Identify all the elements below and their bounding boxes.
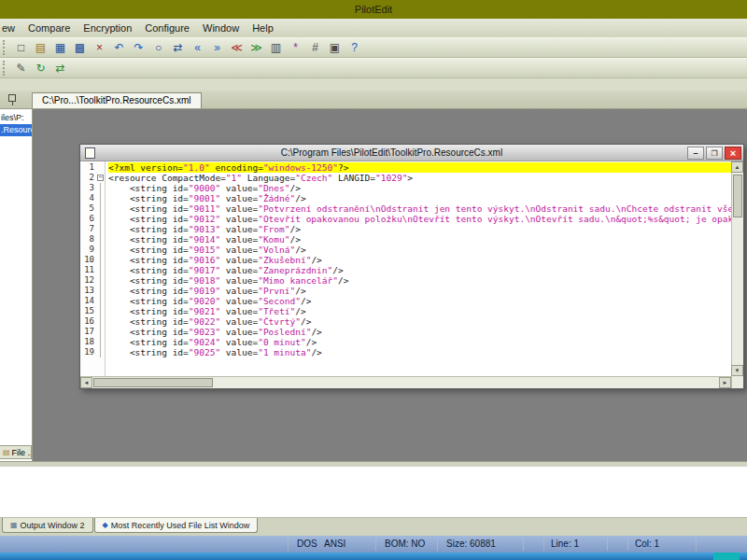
statusbar-separator xyxy=(696,538,697,551)
find-next-icon[interactable]: ≫ xyxy=(247,39,265,56)
output-tab[interactable]: ▦Output Window 2 xyxy=(2,518,93,533)
scroll-down-icon[interactable] xyxy=(731,365,743,376)
fold-column xyxy=(96,265,105,275)
line-number: 2 xyxy=(80,173,96,183)
output-tab-label: Most Recently Used File List Window xyxy=(111,521,250,530)
fold-column[interactable] xyxy=(96,173,105,183)
scroll-left-icon[interactable] xyxy=(80,377,92,388)
fold-column xyxy=(96,296,105,306)
code-line[interactable]: <string id="9012" value="Otevřít opakova… xyxy=(108,214,731,224)
output-tab[interactable]: ◆Most Recently Used File List Window xyxy=(94,518,259,533)
status-bar: DOSANSIBOM: NOSize: 60881Line: 1Col: 1 xyxy=(0,536,747,553)
code-line[interactable]: <string id="9017" value="Zaneprázdnin"/> xyxy=(108,265,731,275)
line-number: 6 xyxy=(80,214,96,224)
vertical-scrollbar[interactable] xyxy=(731,161,743,388)
line-number: 15 xyxy=(80,306,96,316)
document-tab[interactable]: C:\Pro...\ToolkitPro.ResourceCs.xml xyxy=(32,92,202,108)
fold-column xyxy=(96,234,105,245)
sync-scroll-icon[interactable]: ⇄ xyxy=(51,60,69,77)
toolbar-grip[interactable] xyxy=(3,61,7,76)
code-line[interactable]: <string id="9000" value="Dnes"/> xyxy=(108,183,731,193)
gutter-row: 6 xyxy=(80,214,105,224)
hex-mode-icon[interactable]: # xyxy=(306,39,324,56)
save-all-icon[interactable]: ▩ xyxy=(71,39,89,56)
menu-bar: ewCompareEncryptionConfigureWindowHelp xyxy=(0,19,747,37)
fold-column xyxy=(96,327,105,337)
menu-item-configure[interactable]: Configure xyxy=(138,21,196,35)
code-line[interactable]: <?xml version="1.0" encoding="windows-12… xyxy=(108,162,731,173)
minimize-button[interactable] xyxy=(687,147,704,160)
pin-icon[interactable] xyxy=(7,94,17,105)
open-file-icon[interactable]: ▤ xyxy=(32,39,49,56)
code-line[interactable]: <string id="9011" value="Potvrzení odstr… xyxy=(108,203,731,214)
line-number: 7 xyxy=(80,224,96,234)
find-icon[interactable]: ○ xyxy=(149,39,167,56)
new-file-icon[interactable]: □ xyxy=(12,39,30,56)
gutter-row: 3 xyxy=(80,183,105,193)
line-number: 13 xyxy=(80,286,96,296)
code-line[interactable]: <string id="9014" value="Komu"/> xyxy=(108,234,731,245)
code-area[interactable]: <?xml version="1.0" encoding="windows-12… xyxy=(106,161,731,388)
fold-column xyxy=(96,224,105,234)
code-line[interactable]: <string id="9025" value="1 minuta"/> xyxy=(108,347,731,357)
compare-files-icon[interactable]: ▥ xyxy=(267,39,285,56)
output-tab-icon: ◆ xyxy=(103,521,108,529)
menu-item-window[interactable]: Window xyxy=(196,21,246,35)
help-icon[interactable]: ? xyxy=(345,39,363,56)
code-line[interactable]: <string id="9021" value="Třetí"/> xyxy=(108,306,731,316)
redo-icon[interactable]: ↷ xyxy=(130,39,148,56)
code-line[interactable]: <resource CompactMode="1" Language="Czec… xyxy=(108,173,731,183)
refresh-icon[interactable]: ↻ xyxy=(32,60,49,77)
editor-window-titlebar[interactable]: C:\Program Files\PilotEdit\ToolkitPro.Re… xyxy=(80,145,743,161)
file-panel-tab[interactable]: ▤ File ... xyxy=(0,445,32,459)
line-number: 10 xyxy=(80,255,96,265)
line-number: 16 xyxy=(80,316,96,327)
horizontal-scrollbar[interactable] xyxy=(80,376,731,388)
code-line[interactable]: <string id="9001" value="Žádné"/> xyxy=(108,193,731,203)
find-previous-icon[interactable]: ≪ xyxy=(228,39,246,56)
gutter: 12345678910111213141516171819 xyxy=(80,161,106,388)
code-line[interactable]: <string id="9015" value="Volná"/> xyxy=(108,245,731,255)
statusbar-separator xyxy=(627,538,628,551)
gutter-row: 2 xyxy=(80,173,105,183)
code-line[interactable]: <string id="9020" value="Second"/> xyxy=(108,296,731,306)
statusbar-separator xyxy=(523,538,524,551)
line-number: 5 xyxy=(80,203,96,214)
file-list-item[interactable]: .Resourc xyxy=(0,124,32,136)
undo-icon[interactable]: ↶ xyxy=(110,39,128,56)
replace-icon[interactable]: ⇄ xyxy=(169,39,187,56)
code-line[interactable]: <string id="9023" value="Poslední"/> xyxy=(108,327,731,337)
scroll-up-icon[interactable] xyxy=(731,161,743,173)
title-bar[interactable]: PilotEdit xyxy=(0,0,747,19)
restore-button[interactable] xyxy=(706,147,723,160)
gutter-row: 19 xyxy=(80,347,105,357)
encrypt-file-icon[interactable]: * xyxy=(287,39,304,56)
toolbar-grip[interactable] xyxy=(3,40,7,55)
code-line[interactable]: <string id="9016" value="Zkušební"/> xyxy=(108,255,731,265)
vertical-scroll-thumb[interactable] xyxy=(733,175,742,217)
file-list-item[interactable]: iles\P: xyxy=(0,112,32,124)
close-button[interactable] xyxy=(725,147,741,160)
code-line[interactable]: <string id="9019" value="První"/> xyxy=(108,286,731,296)
code-line[interactable]: <string id="9013" value="From"/> xyxy=(108,224,731,234)
next-bookmark-icon[interactable]: » xyxy=(208,39,226,56)
code-line[interactable]: <string id="9018" value="Mimo kancelář"/… xyxy=(108,275,731,286)
code-line[interactable]: <string id="9024" value="0 minut"/> xyxy=(108,337,731,347)
menu-item-ew[interactable]: ew xyxy=(0,21,21,35)
save-file-icon[interactable]: ▦ xyxy=(51,39,69,56)
edit-mode-icon[interactable]: ✎ xyxy=(12,60,30,77)
fold-column xyxy=(96,203,105,214)
line-number: 8 xyxy=(80,234,96,245)
menu-item-help[interactable]: Help xyxy=(246,21,280,35)
code-line[interactable]: <string id="9022" value="Čtvrtý"/> xyxy=(108,316,731,327)
line-number: 12 xyxy=(80,275,96,286)
horizontal-scroll-thumb[interactable] xyxy=(93,378,213,387)
previous-bookmark-icon[interactable]: « xyxy=(189,39,206,56)
fold-marker-icon[interactable] xyxy=(97,175,104,181)
script-window-icon[interactable]: ▣ xyxy=(326,39,344,56)
menu-item-compare[interactable]: Compare xyxy=(21,21,77,35)
close-file-icon[interactable]: × xyxy=(91,39,108,56)
scroll-right-icon[interactable] xyxy=(719,377,731,388)
menu-item-encryption[interactable]: Encryption xyxy=(77,21,138,35)
status-item: BOM: NO xyxy=(385,539,425,549)
